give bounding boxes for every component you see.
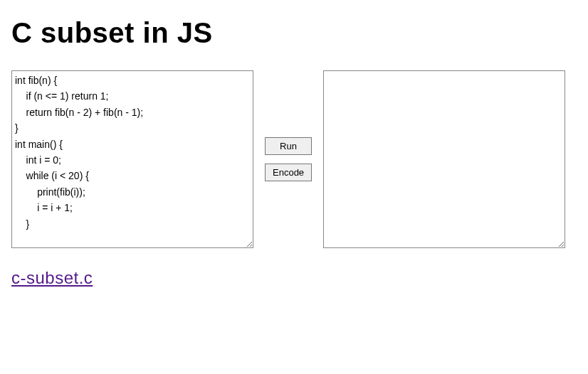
button-column: Run Encode — [265, 137, 312, 181]
source-code-input[interactable] — [11, 70, 253, 248]
editor-row: Run Encode — [11, 70, 577, 248]
page-title: C subset in JS — [11, 17, 577, 49]
encode-button[interactable]: Encode — [265, 164, 312, 181]
output-area[interactable] — [323, 70, 565, 248]
source-file-link[interactable]: c-subset.c — [11, 268, 93, 287]
run-button[interactable]: Run — [265, 137, 312, 155]
